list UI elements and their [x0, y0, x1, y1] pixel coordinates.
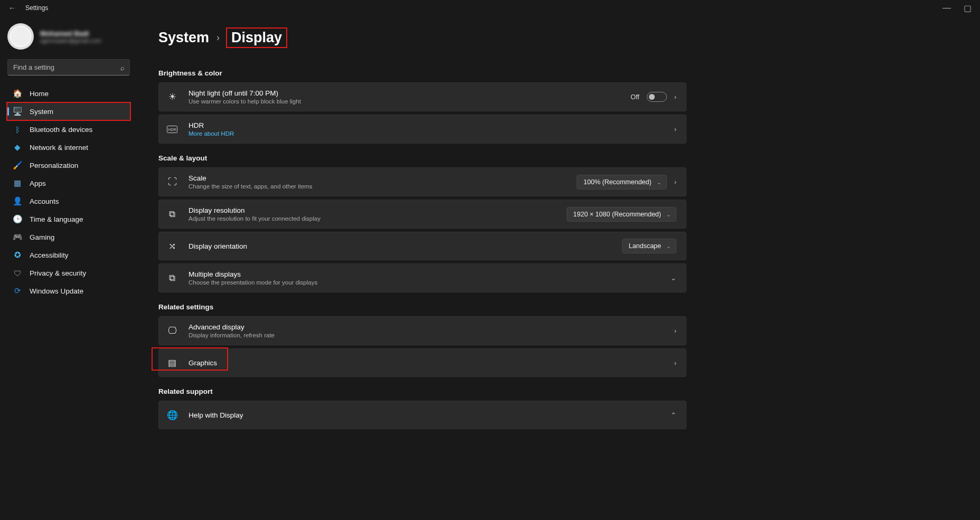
graphics-row[interactable]: ▤ Graphics ›	[158, 348, 686, 377]
scale-sub: Change the size of text, apps, and other…	[189, 183, 566, 190]
hdr-icon: HDR	[166, 124, 178, 135]
nav-accounts[interactable]: 👤Accounts	[7, 193, 130, 210]
nav-list: 🏠Home🖥️SystemᛒBluetooth & devices◆Networ…	[7, 85, 130, 299]
resolution-icon: ⧉	[166, 209, 178, 220]
chevron-down-icon: ⌄	[666, 211, 671, 217]
resolution-row[interactable]: ⧉ Display resolution Adjust the resoluti…	[158, 200, 686, 229]
multiple-title: Multiple displays	[189, 270, 660, 278]
advanced-display-row[interactable]: 🖵 Advanced display Display information, …	[158, 316, 686, 345]
nav-label: Time & language	[30, 215, 83, 223]
chevron-up-icon: ⌃	[671, 411, 676, 419]
resolution-sub: Adjust the resolution to fit your connec…	[189, 215, 556, 222]
multiple-displays-icon: ⧉	[166, 272, 178, 284]
nav-label: Windows Update	[30, 287, 83, 295]
nav-accounts-icon: 👤	[13, 196, 22, 206]
nav-label: Home	[30, 90, 49, 98]
nav-time[interactable]: 🕒Time & language	[7, 211, 130, 228]
sidebar: Mohamed Badi sgmmaster@gmail.com ⌕ 🏠Home…	[0, 16, 137, 520]
back-button[interactable]: ←	[8, 4, 16, 12]
breadcrumb-current: Display	[227, 29, 286, 47]
avatar	[7, 23, 34, 50]
chevron-down-icon: ⌄	[657, 179, 661, 185]
chevron-right-icon: ›	[216, 32, 220, 43]
nav-bluetooth-icon: ᛒ	[13, 125, 22, 134]
advanced-title: Advanced display	[189, 323, 664, 331]
nav-apps[interactable]: ▦Apps	[7, 175, 130, 192]
chevron-right-icon: ›	[674, 125, 676, 133]
user-email: sgmmaster@gmail.com	[40, 37, 101, 44]
nav-apps-icon: ▦	[13, 178, 22, 188]
nav-label: Apps	[30, 179, 46, 187]
nav-system-icon: 🖥️	[13, 107, 22, 116]
hdr-link[interactable]: More about HDR	[189, 130, 664, 137]
night-light-title: Night light (off until 7:00 PM)	[189, 89, 620, 97]
maximize-button[interactable]: ▢	[964, 3, 972, 13]
user-block[interactable]: Mohamed Badi sgmmaster@gmail.com	[7, 23, 130, 50]
chevron-right-icon: ›	[674, 359, 676, 367]
search-input[interactable]	[7, 59, 130, 75]
chevron-right-icon: ›	[674, 93, 676, 101]
scale-icon: ⛶	[166, 176, 178, 188]
globe-icon: 🌐	[166, 409, 178, 421]
sun-icon: ☀	[166, 91, 178, 103]
help-title: Help with Display	[189, 411, 660, 419]
monitor-icon: 🖵	[166, 325, 178, 337]
graphics-icon: ▤	[166, 357, 178, 368]
nav-home-icon: 🏠	[13, 89, 22, 98]
titlebar: ← Settings ― ▢	[0, 0, 980, 16]
scale-row[interactable]: ⛶ Scale Change the size of text, apps, a…	[158, 167, 686, 196]
hdr-row[interactable]: HDR HDR More about HDR ›	[158, 115, 686, 144]
user-name: Mohamed Badi	[40, 30, 101, 37]
multiple-displays-row[interactable]: ⧉ Multiple displays Choose the presentat…	[158, 263, 686, 292]
nav-label: Personalization	[30, 162, 78, 169]
nav-label: Gaming	[30, 233, 54, 241]
multiple-sub: Choose the presentation mode for your di…	[189, 279, 660, 286]
chevron-right-icon: ›	[674, 327, 676, 335]
night-light-state: Off	[630, 93, 639, 101]
nav-home[interactable]: 🏠Home	[7, 85, 130, 102]
orientation-icon: ⤭	[166, 240, 178, 252]
section-support-title: Related support	[158, 387, 686, 395]
window-title: Settings	[25, 4, 48, 12]
main-content: System › Display Brightness & color ☀ Ni…	[137, 16, 708, 520]
night-light-row[interactable]: ☀ Night light (off until 7:00 PM) Use wa…	[158, 82, 686, 111]
section-brightness-title: Brightness & color	[158, 69, 686, 77]
breadcrumb-parent[interactable]: System	[158, 30, 209, 46]
nav-bluetooth[interactable]: ᛒBluetooth & devices	[7, 121, 130, 138]
section-related-title: Related settings	[158, 303, 686, 311]
nav-system[interactable]: 🖥️System	[7, 103, 130, 120]
resolution-title: Display resolution	[189, 206, 556, 214]
chevron-right-icon: ›	[674, 178, 676, 186]
nav-privacy-icon: 🛡	[13, 268, 22, 278]
nav-privacy[interactable]: 🛡Privacy & security	[7, 264, 130, 281]
nav-accessibility-icon: ✪	[13, 250, 22, 260]
nav-label: Bluetooth & devices	[30, 126, 92, 134]
nav-network[interactable]: ◆Network & internet	[7, 139, 130, 156]
search-icon: ⌕	[120, 63, 125, 71]
nav-personalization[interactable]: 🖌️Personalization	[7, 157, 130, 174]
window-controls: ― ▢	[943, 3, 980, 13]
help-display-row[interactable]: 🌐 Help with Display ⌃	[158, 401, 686, 429]
section-scale-title: Scale & layout	[158, 154, 686, 162]
night-light-sub: Use warmer colors to help block blue lig…	[189, 98, 620, 105]
nav-gaming[interactable]: 🎮Gaming	[7, 229, 130, 245]
orientation-title: Display orientation	[189, 242, 611, 250]
resolution-select[interactable]: 1920 × 1080 (Recommended)⌄	[567, 207, 676, 222]
search-wrapper: ⌕	[7, 59, 130, 75]
svg-text:HDR: HDR	[168, 128, 176, 131]
scale-select[interactable]: 100% (Recommended)⌄	[577, 175, 667, 190]
orientation-select[interactable]: Landscape⌄	[622, 239, 676, 253]
orientation-row[interactable]: ⤭ Display orientation Landscape⌄	[158, 232, 686, 260]
nav-update[interactable]: ⟳Windows Update	[7, 282, 130, 299]
nav-time-icon: 🕒	[13, 214, 22, 224]
nav-label: Privacy & security	[30, 269, 86, 277]
nav-label: System	[30, 108, 53, 116]
minimize-button[interactable]: ―	[943, 3, 951, 13]
hdr-title: HDR	[189, 121, 664, 129]
chevron-down-icon: ⌄	[666, 243, 671, 249]
graphics-title: Graphics	[189, 359, 664, 367]
nav-label: Network & internet	[30, 144, 88, 152]
advanced-sub: Display information, refresh rate	[189, 332, 664, 338]
night-light-toggle[interactable]	[647, 92, 667, 102]
nav-accessibility[interactable]: ✪Accessibility	[7, 247, 130, 263]
